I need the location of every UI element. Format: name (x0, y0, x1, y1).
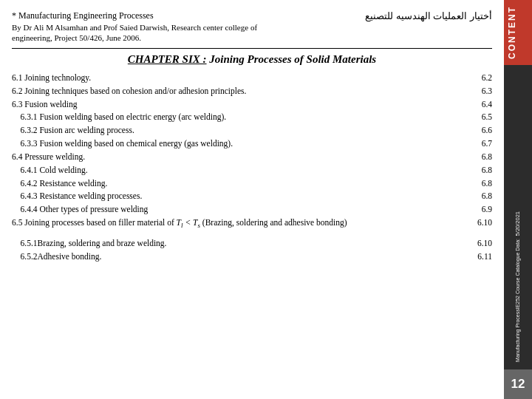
toc-item-10: 6.4.3 Resistance welding processes. (12, 190, 470, 203)
main-container: * Manufacturing Engineering Processes أخ… (0, 0, 532, 399)
sidebar-course-label: Course Catalogue Data: (514, 239, 521, 294)
sidebar-manufacturing-label: Manufacturing ProcessIE252 (514, 296, 521, 362)
toc-page-3: 6.4 (470, 98, 492, 112)
toc-page-9: 6.8 (470, 177, 492, 191)
toc-item-12: 6.5 Joining processes based on filler ma… (12, 216, 470, 231)
toc-page-1: 6.2 (470, 72, 492, 85)
toc-page-13: 6.10 (470, 237, 492, 250)
toc-row: 6.5.1Brazing, soldering and braze weldin… (12, 237, 492, 250)
toc-page-4: 6.5 (470, 111, 492, 124)
toc-row: 6.4.2 Resistance welding. 6.8 (12, 177, 492, 191)
toc-page-10: 6.8 (470, 190, 492, 203)
chapter-title: CHAPTER SIX : Joining Processes of Solid… (12, 53, 492, 66)
toc-page-2: 6.3 (470, 85, 492, 98)
header-section: * Manufacturing Engineering Processes أخ… (12, 10, 492, 42)
header-title-en: Manufacturing Engineering Processes (18, 10, 154, 21)
toc-row: 6.2 Joining techniques based on cohesion… (12, 85, 492, 98)
toc-row: 6.3 Fusion welding 6.4 (12, 98, 492, 112)
spacer (12, 231, 492, 237)
chapter-title-text: Joining Processes of Solid Materials (207, 53, 377, 65)
toc-page-11: 6.9 (470, 203, 492, 216)
chapter-label: CHAPTER SIX : (128, 53, 207, 65)
toc-row: 6.5 Joining processes based on filler ma… (12, 216, 492, 231)
toc-row: 6.4 Pressure welding. 6.8 (12, 151, 492, 164)
toc-page-5: 6.6 (470, 124, 492, 137)
toc-item-3: 6.3 Fusion welding (12, 98, 470, 112)
toc-row: 6.3.3 Fusion welding based on chemical e… (12, 137, 492, 151)
toc-row: 6.1 Joining technology. 6.2 (12, 72, 492, 85)
toc-item-5: 6.3.2 Fusion arc welding process. (12, 124, 470, 137)
toc-item-8: 6.4.1 Cold welding. (12, 164, 470, 177)
toc-row: 6.4.3 Resistance welding processes. 6.8 (12, 190, 492, 203)
toc-row: 6.3.2 Fusion arc welding process. 6.6 (12, 124, 492, 137)
toc-page-14: 6.11 (470, 250, 492, 264)
toc-item-7: 6.4 Pressure welding. (12, 151, 470, 164)
toc-row: 6.4.1 Cold welding. 6.8 (12, 164, 492, 177)
toc-row: 6.3.1 Fusion welding based on electric e… (12, 111, 492, 124)
sidebar-date: 5/20/2021 (514, 211, 522, 236)
toc-item-9: 6.4.2 Resistance welding. (12, 177, 470, 191)
content-area: * Manufacturing Engineering Processes أخ… (0, 0, 504, 399)
toc-page-12: 6.10 (470, 216, 492, 230)
toc-item-14: 6.5.2Adhesive bonding. (12, 250, 470, 264)
toc-row: 6.4.4 Other types of pressure welding 6.… (12, 203, 492, 216)
header-left: * Manufacturing Engineering Processes (12, 10, 154, 21)
toc-item-4: 6.3.1 Fusion welding based on electric e… (12, 111, 470, 124)
toc-page-7: 6.8 (470, 151, 492, 164)
toc-row: 6.5.2Adhesive bonding. 6.11 (12, 250, 492, 264)
asterisk: * (12, 10, 16, 21)
toc-page-8: 6.8 (470, 164, 492, 177)
header-title-arabic: أختيار العمليات الهندسيه للتصنيع (365, 10, 492, 21)
toc-section: 6.1 Joining technology. 6.2 6.2 Joining … (12, 72, 492, 264)
header-subtitle: By Dr Ali M Alsamhan and Prof Saied Darw… (12, 23, 492, 32)
toc-item-1: 6.1 Joining technology. (12, 72, 470, 85)
page-number-box: 12 (504, 369, 532, 399)
header-project: engineering, Project 50/426, June 2006. (12, 33, 492, 42)
toc-item-6: 6.3.3 Fusion welding based on chemical e… (12, 137, 470, 151)
toc-item-2: 6.2 Joining techniques based on cohesion… (12, 85, 470, 98)
toc-item-13: 6.5.1Brazing, soldering and braze weldin… (12, 237, 470, 250)
sidebar-info: 5/20/2021 Course Catalogue Data: Manufac… (504, 211, 532, 362)
content-badge: CONTENT (504, 0, 532, 65)
toc-page-6: 6.7 (470, 137, 492, 151)
toc-item-11: 6.4.4 Other types of pressure welding (12, 203, 470, 216)
header-top-line: * Manufacturing Engineering Processes أخ… (12, 10, 492, 21)
divider (12, 48, 492, 49)
right-sidebar: CONTENT 5/20/2021 Course Catalogue Data:… (504, 0, 532, 399)
